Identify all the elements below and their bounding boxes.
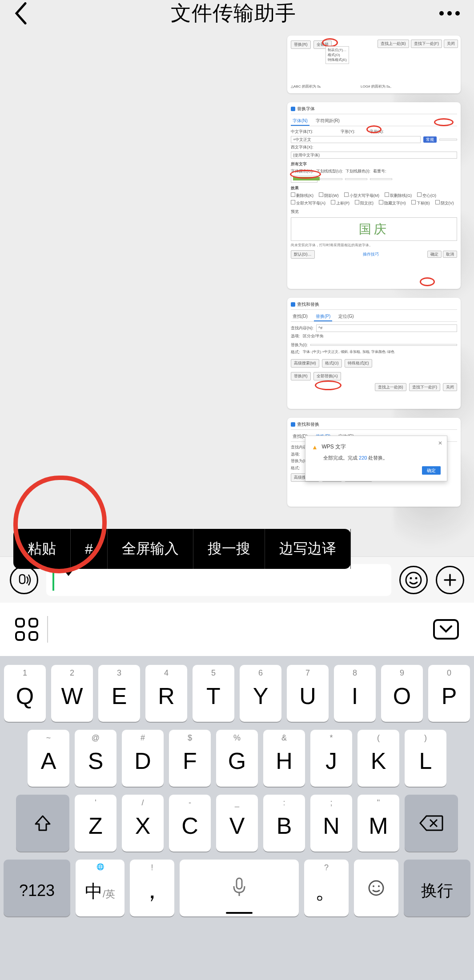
key-k[interactable]: (K <box>358 730 399 787</box>
emoji-key[interactable] <box>354 860 398 916</box>
smile-icon <box>367 879 385 897</box>
key-y[interactable]: 6Y <box>240 665 281 722</box>
context-menu: 粘贴 # 全屏输入 搜一搜 边写边译 <box>13 529 351 569</box>
globe-icon: 🌐 <box>96 863 104 870</box>
key-r[interactable]: 4R <box>145 665 187 722</box>
key-t[interactable]: 5T <box>193 665 234 722</box>
svg-point-4 <box>410 577 412 579</box>
svg-point-13 <box>373 885 374 887</box>
popup-ok-button: 确定 <box>422 466 441 475</box>
svg-point-2 <box>455 11 460 16</box>
space-indicator <box>226 912 253 914</box>
apps-icon[interactable] <box>15 618 38 641</box>
key-e[interactable]: 3E <box>98 665 140 722</box>
emoji-button[interactable] <box>399 566 428 594</box>
more-icon[interactable] <box>438 10 461 16</box>
svg-point-14 <box>378 885 380 887</box>
key-v[interactable]: _V <box>216 795 258 852</box>
add-button[interactable] <box>436 566 464 594</box>
keyboard: 1Q2W3E4R5T6Y7U8I9O0P ~A@S#D$F%G&H*J(K)L … <box>0 656 474 980</box>
enter-key[interactable]: 换行 <box>404 860 470 916</box>
menu-paste[interactable]: 粘贴 <box>13 529 71 569</box>
close-icon: ✕ <box>438 440 442 447</box>
back-icon[interactable] <box>13 2 28 24</box>
key-n[interactable]: ;N <box>310 795 352 852</box>
message-image-4[interactable]: 查找和替换 查找(D) 替换(P) 定位(G) 查找内容(N): 选项: 替换为… <box>287 418 461 507</box>
svg-point-1 <box>447 11 452 16</box>
btn-replace: 替换(R) <box>291 40 311 49</box>
svg-rect-10 <box>237 878 242 889</box>
svg-point-12 <box>369 881 383 895</box>
menu-fullscreen[interactable]: 全屏输入 <box>108 529 193 569</box>
key-z[interactable]: 'Z <box>75 795 116 852</box>
key-m[interactable]: "M <box>358 795 399 852</box>
comma-key[interactable]: ! ， <box>130 860 174 916</box>
key-c[interactable]: -C <box>169 795 211 852</box>
shift-key[interactable] <box>16 795 69 852</box>
key-u[interactable]: 7U <box>287 665 329 722</box>
font-preview: 国庆 <box>291 217 457 241</box>
message-image-3[interactable]: 查找和替换 查找(D) 替换(P) 定位(G) 查找内容(N):^# 选项:区分… <box>287 298 461 409</box>
key-f[interactable]: $F <box>169 730 211 787</box>
menu-hash[interactable]: # <box>71 529 108 569</box>
collapse-keyboard-button[interactable] <box>433 619 459 640</box>
menu-search[interactable]: 搜一搜 <box>193 529 265 569</box>
warning-icon: ▲ <box>312 443 318 452</box>
red-annotation <box>420 277 435 286</box>
menu-arrow-icon <box>62 568 75 576</box>
language-key[interactable]: 🌐 中/英 <box>76 860 125 916</box>
chat-header: 文件传输助手 <box>0 0 474 27</box>
svg-point-3 <box>406 572 421 588</box>
key-a[interactable]: ~A <box>28 730 69 787</box>
wps-popup: ✕ ▲ WPS 文字 全部完成。完成 220 处替换。 确定 <box>305 436 447 481</box>
symbols-key[interactable]: ?123 <box>4 860 70 916</box>
svg-point-0 <box>439 11 444 16</box>
message-image-2[interactable]: 替换字体 字体(N) 字符间距(R) 中文字体(T): 字形(Y): 字号(S)… <box>287 102 461 289</box>
key-s[interactable]: @S <box>75 730 116 787</box>
key-w[interactable]: 2W <box>51 665 93 722</box>
key-p[interactable]: 0P <box>428 665 470 722</box>
key-l[interactable]: )L <box>405 730 446 787</box>
voice-toggle-button[interactable] <box>10 566 38 594</box>
key-b[interactable]: :B <box>263 795 305 852</box>
svg-point-5 <box>415 577 418 579</box>
backspace-key[interactable] <box>405 795 458 852</box>
key-h[interactable]: &H <box>263 730 305 787</box>
key-q[interactable]: 1Q <box>4 665 46 722</box>
key-g[interactable]: %G <box>216 730 258 787</box>
divider <box>47 616 48 643</box>
key-o[interactable]: 9O <box>381 665 423 722</box>
mic-icon <box>230 876 248 900</box>
key-i[interactable]: 8I <box>334 665 376 722</box>
keyboard-toolbar <box>0 603 474 656</box>
chat-title: 文件传输助手 <box>171 0 296 27</box>
period-key[interactable]: ? 。 <box>304 860 349 916</box>
text-cursor <box>52 569 54 591</box>
space-key[interactable] <box>180 860 299 916</box>
key-j[interactable]: *J <box>310 730 352 787</box>
key-x[interactable]: /X <box>122 795 164 852</box>
menu-translate[interactable]: 边写边译 <box>265 529 351 569</box>
message-image-1[interactable]: 替换(R) 全部替 制表位(T)… 格式(O) 特殊格式(E) 查找上一处(B)… <box>287 36 461 93</box>
chat-area[interactable]: 替换(R) 全部替 制表位(T)… 格式(O) 特殊格式(E) 查找上一处(B)… <box>0 27 474 563</box>
key-d[interactable]: #D <box>122 730 164 787</box>
